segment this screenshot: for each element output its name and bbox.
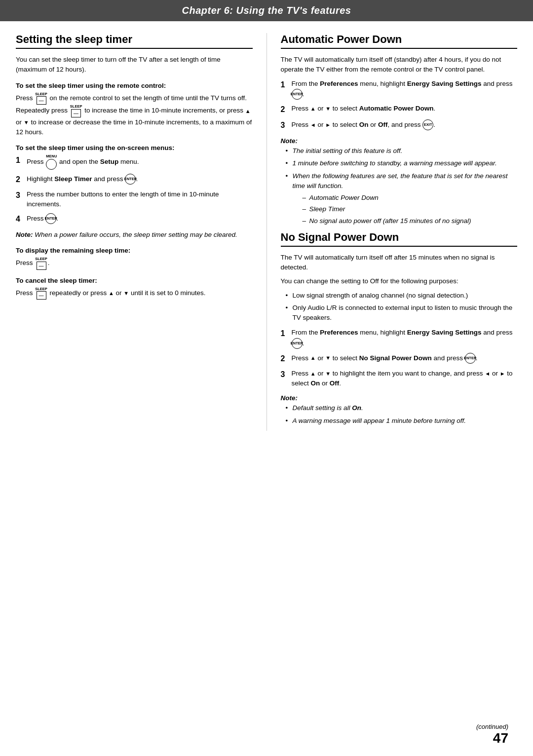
note-power-failure: Note: When a power failure occurs, the s… — [16, 230, 253, 240]
sleep-icon: SLEEP— — [35, 92, 47, 105]
sleep-icon2: SLEEP— — [70, 105, 82, 117]
note-bullet: A warning message will appear 1 minute b… — [286, 416, 518, 426]
step-item: 1 From the Preferences menu, highlight E… — [281, 328, 518, 348]
auto-power-down-title: Automatic Power Down — [281, 33, 518, 49]
step-item: 4 Press ENTER. — [16, 213, 253, 225]
enter-icon4: ENTER — [292, 338, 303, 349]
bullet-item: Low signal strength of analog channel (n… — [286, 291, 518, 301]
remote-control-text: Press SLEEP— on the remote control to se… — [16, 92, 253, 138]
no-signal-intro1: The TV will automatically turn itself of… — [281, 253, 518, 273]
left-intro: You can set the sleep timer to turn off … — [16, 55, 253, 75]
note-bullet: 1 minute before switching to standby, a … — [286, 158, 518, 168]
step-item: 2 Press ▲ or ▼ to select No Signal Power… — [281, 353, 518, 365]
left-column: Setting the sleep timer You can set the … — [16, 33, 267, 431]
note-dash-list: Automatic Power Down Sleep Timer No sign… — [293, 193, 518, 226]
enter-icon: ENTER — [125, 174, 136, 185]
cancel-timer-heading: To cancel the sleep timer: — [16, 277, 253, 284]
dash-item: Automatic Power Down — [303, 193, 518, 203]
step-item: 2 Highlight Sleep Timer and press ENTER. — [16, 174, 253, 186]
auto-power-down-intro: The TV will automatically turn itself of… — [281, 55, 518, 75]
no-signal-steps: 1 From the Preferences menu, highlight E… — [281, 328, 518, 388]
dash-item: No signal auto power off (after 15 minut… — [303, 216, 518, 226]
page-number: 47 — [476, 730, 508, 746]
dash-item: Sleep Timer — [303, 204, 518, 214]
exit-icon: EXIT — [422, 119, 433, 130]
page-wrapper: Chapter 6: Using the TV's features Setti… — [0, 0, 533, 460]
auto-power-note: Note: The initial setting of this featur… — [281, 136, 518, 226]
enter-icon3: ENTER — [292, 89, 303, 100]
display-remaining-heading: To display the remaining sleep time: — [16, 247, 253, 254]
enter-icon2: ENTER — [45, 213, 56, 224]
note-bullet: When the following features are set, the… — [286, 171, 518, 226]
onscreen-steps: 1 Press MENU and open the Setup menu. 2 … — [16, 154, 253, 225]
right-column: Automatic Power Down The TV will automat… — [267, 33, 518, 431]
enter-icon5: ENTER — [465, 353, 476, 364]
no-signal-title: No Signal Power Down — [281, 231, 518, 247]
cancel-timer-text: Press SLEEP— repeatedly or press ▲ or ▼ … — [16, 287, 253, 300]
note-bullet: The initial setting of this feature is o… — [286, 146, 518, 156]
step-item: 2 Press ▲ or ▼ to select Automatic Power… — [281, 104, 518, 115]
step-item: 1 Press MENU and open the Setup menu. — [16, 154, 253, 170]
main-content: Setting the sleep timer You can set the … — [0, 33, 533, 431]
step-item: 1 From the Preferences menu, highlight E… — [281, 79, 518, 100]
step-item: 3 Press the number buttons to enter the … — [16, 189, 253, 210]
auto-power-down-steps: 1 From the Preferences menu, highlight E… — [281, 79, 518, 131]
sleep-icon3: SLEEP— — [35, 257, 47, 270]
note-bullet: Default setting is all On. — [286, 403, 518, 413]
no-signal-intro2: You can change the setting to Off for th… — [281, 276, 518, 286]
auto-power-note-bullets: The initial setting of this feature is o… — [281, 146, 518, 226]
left-section-title: Setting the sleep timer — [16, 33, 253, 49]
step-item: 3 Press ◄ or ► to select On or Off, and … — [281, 119, 518, 131]
step-item: 3 Press ▲ or ▼ to highlight the item you… — [281, 369, 518, 389]
no-signal-note: Note: Default setting is all On. A warni… — [281, 393, 518, 426]
display-remaining-text: Press SLEEP—. — [16, 257, 253, 270]
page-footer: (continued) 47 — [476, 723, 508, 746]
continued-label: (continued) — [476, 723, 508, 730]
chapter-title: Chapter 6: Using the TV's features — [0, 5, 533, 16]
no-signal-bullets: Low signal strength of analog channel (n… — [281, 291, 518, 323]
no-signal-note-bullets: Default setting is all On. A warning mes… — [281, 403, 518, 426]
bullet-item: Only Audio L/R is connected to external … — [286, 303, 518, 323]
menu-icon: MENU — [46, 154, 57, 170]
page-header: Chapter 6: Using the TV's features — [0, 0, 533, 21]
onscreen-menus-heading: To set the sleep timer using the on-scre… — [16, 144, 253, 151]
remote-control-heading: To set the sleep timer using the remote … — [16, 82, 253, 89]
sleep-icon4: SLEEP— — [35, 287, 47, 300]
